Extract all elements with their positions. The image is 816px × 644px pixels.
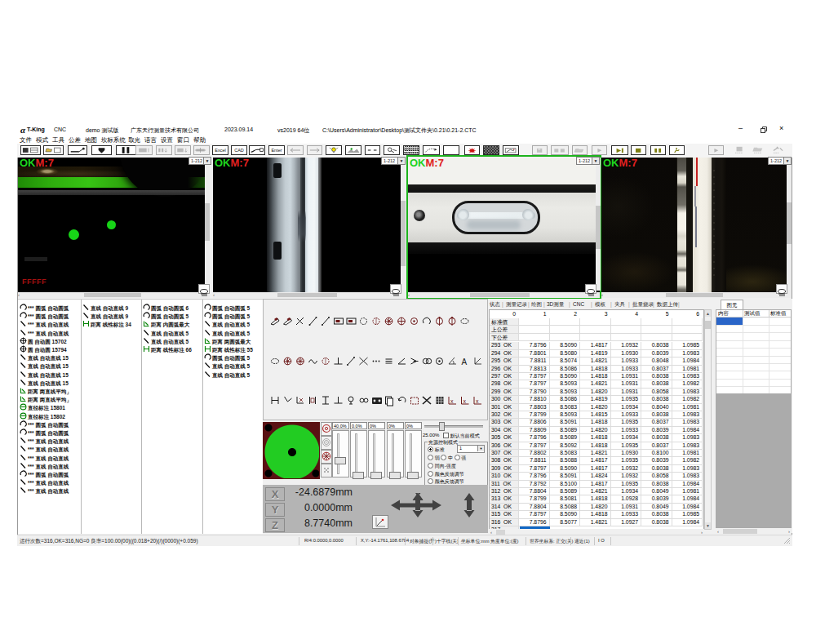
svg-text:x: x — [463, 398, 467, 404]
svg-text:x: x — [450, 398, 454, 404]
svg-text:x: x — [476, 398, 479, 404]
svg-text:A: A — [462, 358, 468, 366]
